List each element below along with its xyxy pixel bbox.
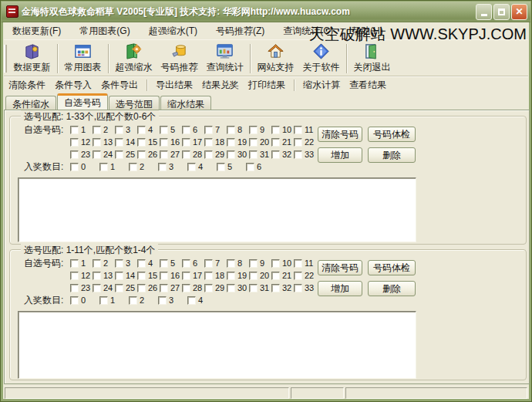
prize-count-checkbox[interactable]: 2 xyxy=(129,296,158,305)
number-checkbox[interactable]: 24 xyxy=(93,150,115,159)
toolbar-button-recommend[interactable]: 号码推荐 xyxy=(157,42,202,76)
number-checkbox[interactable]: 14 xyxy=(115,137,137,147)
number-checkbox[interactable]: 32 xyxy=(271,150,294,159)
prize-count-checkbox[interactable]: 3 xyxy=(158,296,187,305)
delete-button[interactable]: 删除 xyxy=(368,147,416,163)
add-button[interactable]: 增加 xyxy=(318,147,362,163)
number-checkbox[interactable]: 31 xyxy=(249,150,271,159)
number-checkbox[interactable]: 20 xyxy=(249,271,271,280)
number-checkbox[interactable]: 5 xyxy=(160,258,182,268)
number-checkbox[interactable]: 6 xyxy=(182,125,204,134)
number-checkbox[interactable]: 13 xyxy=(93,137,115,147)
number-checkbox[interactable]: 28 xyxy=(182,283,204,292)
toolbar-button-data-update[interactable]: 数据更新 xyxy=(9,42,55,76)
action-button[interactable]: 导出结果 xyxy=(151,77,197,93)
minimize-button[interactable] xyxy=(476,4,492,20)
action-button[interactable]: 结果兑奖 xyxy=(197,77,244,93)
menu-item[interactable]: 超强缩水(T) xyxy=(140,22,206,40)
number-checkbox[interactable]: 3 xyxy=(115,125,137,134)
number-checkbox[interactable]: 8 xyxy=(227,125,249,134)
number-checkbox[interactable]: 17 xyxy=(182,137,204,147)
number-checkbox[interactable]: 21 xyxy=(271,271,294,280)
number-checkbox[interactable]: 12 xyxy=(70,137,93,147)
number-checkbox[interactable]: 26 xyxy=(137,150,160,159)
number-checkbox[interactable]: 13 xyxy=(93,271,115,280)
menu-item[interactable]: 号码推荐(Z) xyxy=(207,22,273,40)
number-checkbox[interactable]: 23 xyxy=(70,283,93,292)
prize-count-checkbox[interactable]: 6 xyxy=(246,162,275,171)
number-checkbox[interactable]: 7 xyxy=(204,258,227,268)
number-checkbox[interactable]: 29 xyxy=(204,283,227,292)
number-checkbox[interactable]: 2 xyxy=(93,125,115,134)
number-checkbox[interactable]: 11 xyxy=(294,258,316,268)
action-button[interactable]: 查看结果 xyxy=(345,77,391,93)
number-checkbox[interactable]: 4 xyxy=(137,258,160,268)
prize-count-checkbox[interactable]: 1 xyxy=(99,162,129,171)
number-checkbox[interactable]: 18 xyxy=(204,137,227,147)
number-checkbox[interactable]: 29 xyxy=(204,150,227,159)
prize-count-checkbox[interactable]: 5 xyxy=(217,162,246,171)
number-checkbox[interactable]: 8 xyxy=(227,258,249,268)
menu-item[interactable]: 数据更新(F) xyxy=(4,22,69,40)
action-button[interactable]: 打印结果 xyxy=(244,77,290,93)
clear-numbers-button[interactable]: 清除号码 xyxy=(318,260,362,275)
toolbar-button-charts[interactable]: 常用图表 xyxy=(60,42,106,76)
number-checkbox[interactable]: 21 xyxy=(271,137,294,147)
tab-number-range[interactable]: 选号范围 xyxy=(109,96,160,110)
action-button[interactable]: 清除条件 xyxy=(4,77,50,93)
prize-count-checkbox[interactable]: 2 xyxy=(129,162,158,171)
number-checkbox[interactable]: 25 xyxy=(115,283,137,292)
number-checkbox[interactable]: 7 xyxy=(204,125,227,134)
number-checkbox[interactable]: 11 xyxy=(294,125,316,134)
toolbar-button-website[interactable]: 网站支持 xyxy=(253,42,298,76)
number-checkbox[interactable]: 1 xyxy=(70,258,93,268)
action-button[interactable]: 条件导出 xyxy=(96,77,143,93)
toolbar-gripper[interactable] xyxy=(4,45,7,73)
prize-count-checkbox[interactable]: 0 xyxy=(70,162,99,171)
prize-count-checkbox[interactable]: 0 xyxy=(70,296,99,305)
number-checkbox[interactable]: 15 xyxy=(137,271,160,280)
number-checkbox[interactable]: 19 xyxy=(227,271,249,280)
number-checkbox[interactable]: 33 xyxy=(294,283,316,292)
prize-count-checkbox[interactable]: 1 xyxy=(99,296,129,305)
toolbar-button-query-stats[interactable]: 查询统计 xyxy=(202,42,247,76)
number-checkbox[interactable]: 26 xyxy=(137,283,160,292)
number-checkbox[interactable]: 23 xyxy=(70,150,93,159)
tab-condition-shrink[interactable]: 条件缩水 xyxy=(5,96,56,110)
number-checkbox[interactable]: 12 xyxy=(70,271,93,280)
number-checkbox[interactable]: 5 xyxy=(160,125,182,134)
number-checkbox[interactable]: 22 xyxy=(294,137,316,147)
number-checkbox[interactable]: 16 xyxy=(160,137,182,147)
number-checkbox[interactable]: 2 xyxy=(93,258,115,268)
action-button[interactable]: 条件导入 xyxy=(50,77,96,93)
number-checkbox[interactable]: 1 xyxy=(70,125,93,134)
number-checkbox[interactable]: 3 xyxy=(115,258,137,268)
number-checkbox[interactable]: 22 xyxy=(294,271,316,280)
number-checkbox[interactable]: 28 xyxy=(182,150,204,159)
menu-item[interactable]: 常用图表(G) xyxy=(71,22,138,40)
number-checkbox[interactable]: 4 xyxy=(137,125,160,134)
number-checkbox[interactable]: 20 xyxy=(249,137,271,147)
add-button[interactable]: 增加 xyxy=(318,281,362,296)
number-checkbox[interactable]: 27 xyxy=(160,283,182,292)
toolbar-button-shrink[interactable]: 超强缩水 xyxy=(111,42,157,76)
prize-count-checkbox[interactable]: 4 xyxy=(187,296,217,305)
tab-shrink-result[interactable]: 缩水结果 xyxy=(160,96,211,110)
toolbar-button-about[interactable]: 关于软件 xyxy=(298,42,344,76)
number-checkbox[interactable]: 6 xyxy=(182,258,204,268)
number-checkbox[interactable]: 18 xyxy=(204,271,227,280)
prize-count-checkbox[interactable]: 3 xyxy=(158,162,187,171)
number-checkbox[interactable]: 30 xyxy=(227,283,249,292)
number-checkbox[interactable]: 15 xyxy=(137,137,160,147)
number-checkbox[interactable]: 32 xyxy=(271,283,294,292)
delete-button[interactable]: 删除 xyxy=(368,281,416,296)
number-checkbox[interactable]: 24 xyxy=(93,283,115,292)
number-check-button[interactable]: 号码体检 xyxy=(368,127,416,142)
toolbar-button-exit[interactable]: 关闭退出 xyxy=(349,42,395,76)
prize-count-checkbox[interactable]: 4 xyxy=(187,162,217,171)
number-checkbox[interactable]: 14 xyxy=(115,271,137,280)
number-checkbox[interactable]: 16 xyxy=(160,271,182,280)
number-checkbox[interactable]: 27 xyxy=(160,150,182,159)
number-checkbox[interactable]: 30 xyxy=(227,150,249,159)
number-checkbox[interactable]: 10 xyxy=(271,125,294,134)
